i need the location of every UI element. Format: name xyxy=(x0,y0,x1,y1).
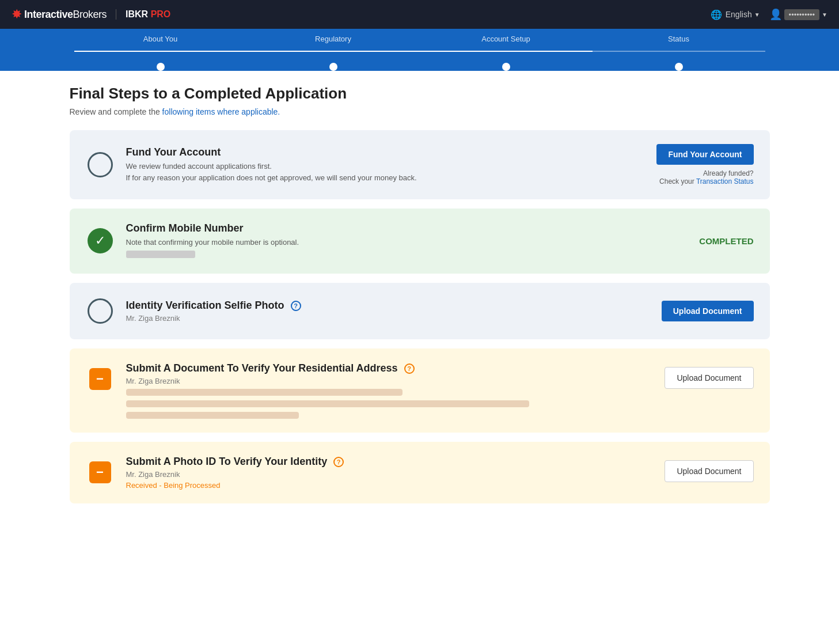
fund-account-title: Fund Your Account xyxy=(126,146,646,158)
progress-bar-container: About You Regulatory Account Setup Statu… xyxy=(0,29,839,71)
step-label-regulatory: Regulatory xyxy=(315,35,351,48)
language-selector[interactable]: 🌐 English ▼ xyxy=(711,9,760,20)
address-redacted-1 xyxy=(126,389,403,396)
step-dot-about-you xyxy=(157,63,165,71)
fund-account-desc2: If for any reason your application does … xyxy=(126,172,646,184)
address-person: Mr. Ziga Breznik xyxy=(126,377,654,385)
address-body: Submit A Document To Verify Your Residen… xyxy=(126,362,654,419)
address-redacted-3 xyxy=(126,412,299,419)
address-card: − Submit A Document To Verify Your Resid… xyxy=(70,348,770,433)
main-content: Final Steps to a Completed Application R… xyxy=(51,71,788,526)
selfie-person: Mr. Ziga Breznik xyxy=(126,314,650,323)
photo-id-card: − Submit A Photo ID To Verify Your Ident… xyxy=(70,442,770,503)
mobile-confirm-card: ✓ Confirm Mobile Number Note that confir… xyxy=(70,209,770,274)
step-label-account-setup: Account Setup xyxy=(481,35,530,48)
lang-chevron-icon: ▼ xyxy=(754,12,760,18)
fund-account-desc1: We review funded account applications fi… xyxy=(126,161,646,172)
fund-account-action: Fund Your Account Already funded? Check … xyxy=(656,144,753,185)
navbar-left: ✸ InteractiveBrokers IBKR PRO xyxy=(12,7,170,22)
selfie-icon xyxy=(86,297,115,325)
navbar-right: 🌐 English ▼ 👤 •••••••••• ▼ xyxy=(711,8,827,21)
photo-id-help-icon[interactable]: ? xyxy=(333,457,344,467)
photo-id-person: Mr. Ziga Breznik xyxy=(126,470,654,479)
user-icon: 👤 xyxy=(769,8,782,21)
photo-id-icon: − xyxy=(86,458,115,487)
selfie-title-text: Identity Verification Selfie Photo xyxy=(126,300,284,311)
mobile-confirm-body: Confirm Mobile Number Note that confirmi… xyxy=(126,222,688,260)
photo-id-title-text: Submit A Photo ID To Verify Your Identit… xyxy=(126,456,328,467)
photo-id-action: Upload Document xyxy=(665,460,753,482)
circle-empty-icon xyxy=(88,152,113,177)
progress-steps: About You Regulatory Account Setup Statu… xyxy=(74,35,765,71)
fund-account-card: Fund Your Account We review funded accou… xyxy=(70,130,770,199)
logo-text: InteractiveBrokers xyxy=(24,9,107,21)
address-title-text: Submit A Document To Verify Your Residen… xyxy=(126,362,398,374)
selfie-card: Identity Verification Selfie Photo ? Mr.… xyxy=(70,283,770,339)
selfie-title: Identity Verification Selfie Photo ? xyxy=(126,300,650,312)
flame-icon: ✸ xyxy=(12,7,22,22)
subtitle-link[interactable]: following items where applicable. xyxy=(162,107,280,116)
subtitle-text: Review and complete the xyxy=(70,107,160,116)
mobile-phone-redacted xyxy=(126,251,195,258)
user-chevron-icon: ▼ xyxy=(822,12,827,18)
check-your-label: Check your xyxy=(659,177,694,185)
address-icon: − xyxy=(86,365,115,393)
step-regulatory[interactable]: Regulatory xyxy=(247,35,420,71)
photo-id-upload-button[interactable]: Upload Document xyxy=(665,460,753,482)
step-dot-status xyxy=(675,63,683,71)
address-title: Submit A Document To Verify Your Residen… xyxy=(126,362,654,374)
step-about-you[interactable]: About You xyxy=(74,35,247,71)
photo-id-title: Submit A Photo ID To Verify Your Identit… xyxy=(126,456,654,468)
selfie-body: Identity Verification Selfie Photo ? Mr.… xyxy=(126,300,650,323)
step-dot-regulatory xyxy=(329,63,337,71)
globe-icon: 🌐 xyxy=(711,9,722,20)
completed-status: COMPLETED xyxy=(699,236,753,246)
address-help-icon[interactable]: ? xyxy=(404,363,415,374)
address-minus-icon: − xyxy=(89,368,111,390)
address-redacted-2 xyxy=(126,400,529,407)
step-status[interactable]: Status xyxy=(593,35,765,71)
photo-id-minus-icon: − xyxy=(89,461,111,483)
address-action: Upload Document xyxy=(665,367,753,389)
user-name: •••••••••• xyxy=(784,9,820,20)
page-subtitle: Review and complete the following items … xyxy=(70,107,770,116)
mobile-confirm-desc: Note that confirming your mobile number … xyxy=(126,237,688,248)
photo-id-body: Submit A Photo ID To Verify Your Identit… xyxy=(126,456,654,490)
transaction-status-link[interactable]: Transaction Status xyxy=(696,177,754,185)
mobile-confirm-title: Confirm Mobile Number xyxy=(126,222,688,234)
selfie-action: Upload Document xyxy=(662,301,754,321)
step-account-setup[interactable]: Account Setup xyxy=(420,35,593,71)
selfie-help-icon[interactable]: ? xyxy=(291,301,301,311)
fund-account-body: Fund Your Account We review funded accou… xyxy=(126,146,646,183)
fund-account-button[interactable]: Fund Your Account xyxy=(656,144,753,165)
already-funded-label: Already funded? xyxy=(659,169,753,177)
already-funded-text: Already funded? Check your Transaction S… xyxy=(659,169,753,185)
selfie-circle-empty-icon xyxy=(88,298,113,324)
step-dot-account-setup xyxy=(502,63,510,71)
navbar: ✸ InteractiveBrokers IBKR PRO 🌐 English … xyxy=(0,0,839,29)
step-label-about-you: About You xyxy=(143,35,177,48)
mobile-confirm-icon: ✓ xyxy=(86,226,115,255)
language-label: English xyxy=(726,10,752,19)
logo[interactable]: ✸ InteractiveBrokers xyxy=(12,7,107,22)
fund-account-icon xyxy=(86,150,115,179)
page-title: Final Steps to a Completed Application xyxy=(70,85,770,103)
selfie-upload-button[interactable]: Upload Document xyxy=(662,301,754,321)
step-label-status: Status xyxy=(668,35,689,48)
circle-check-icon: ✓ xyxy=(88,228,113,253)
mobile-confirm-action: COMPLETED xyxy=(699,236,753,246)
photo-id-status: Received - Being Processed xyxy=(126,481,654,490)
address-upload-button[interactable]: Upload Document xyxy=(665,367,753,389)
ibkr-pro-badge: IBKR PRO xyxy=(116,9,170,20)
user-menu[interactable]: 👤 •••••••••• ▼ xyxy=(769,8,827,21)
